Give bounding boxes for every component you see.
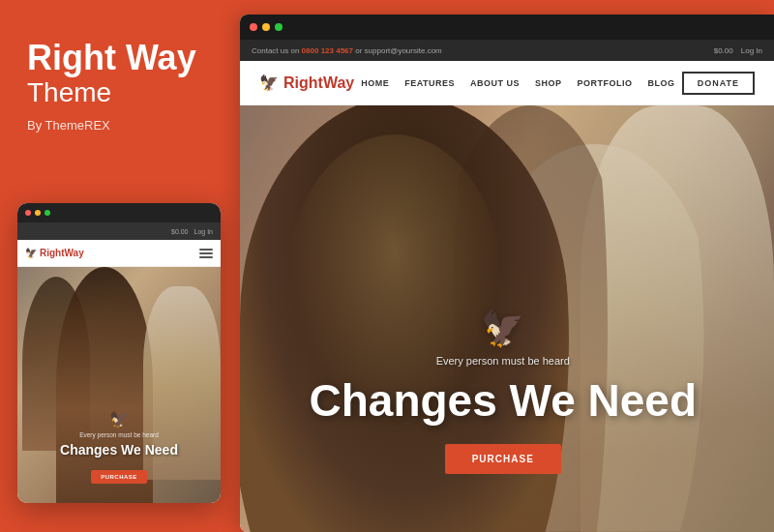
hero-content: 🦅 Every person must be heard Changes We … [310,309,697,474]
theme-subtitle: Theme [27,77,213,108]
mobile-eagle-icon: 🦅 [25,248,37,259]
mobile-logo: 🦅 RightWay [25,248,84,259]
desktop-logo-eagle-icon: 🦅 [259,74,279,92]
mobile-heading: Changes We Need [17,442,221,458]
mobile-logo-text: RightWay [40,248,84,258]
mobile-top-bar [17,203,221,222]
hero-tagline: Every person must be heard [310,355,697,367]
desktop-utility-bar: Contact us on 0800 123 4567 or support@y… [240,40,774,61]
contact-or: or [355,46,362,55]
mobile-dot-green [45,210,50,216]
desktop-hero: 🦅 Every person must be heard Changes We … [240,105,774,532]
mobile-hamburger-icon[interactable] [199,249,213,258]
theme-title: Right Way [27,39,213,77]
mobile-dot-yellow [35,210,41,216]
left-panel: Right Way Theme By ThemeREX $0.00 Log In… [0,0,240,532]
contact-label: Contact us on [252,46,299,55]
mobile-purchase-button[interactable]: PURCHASE [91,470,147,484]
desktop-price: $0.00 [714,46,733,55]
desktop-nav: 🦅 RightWay HOME FEATURES ABOUT US SHOP P… [240,61,774,105]
contact-phone: 0800 123 4567 [302,46,353,55]
nav-portfolio[interactable]: PORTFOLIO [578,78,633,88]
hero-eagle-icon: 🦅 [310,309,697,349]
nav-blog[interactable]: BLOG [648,78,675,88]
hero-purchase-button[interactable]: PURCHASE [445,444,561,474]
desktop-login[interactable]: Log In [741,46,762,55]
desktop-mockup: Contact us on 0800 123 4567 or support@y… [240,15,774,532]
nav-about[interactable]: ABOUT US [470,78,520,88]
desktop-utility-contact: Contact us on 0800 123 4567 or support@y… [252,46,442,55]
desktop-donate-button[interactable]: DONATE [682,72,755,95]
desktop-logo: 🦅 RightWay [259,74,354,92]
mobile-dot-red [25,210,31,216]
hamburger-line-1 [199,249,213,251]
hero-heading: Changes We Need [310,374,697,427]
desktop-utility-right: $0.00 Log In [714,46,762,55]
mobile-hero: 🦅 Every person must be heard Changes We … [17,267,221,503]
desktop-logo-text: RightWay [283,74,354,92]
desktop-nav-links: HOME FEATURES ABOUT US SHOP PORTFOLIO BL… [361,78,674,88]
nav-features[interactable]: FEATURES [404,78,455,88]
desktop-top-bar [240,15,774,40]
mobile-tagline: Every person must be heard [17,431,221,438]
mobile-hero-eagle: 🦅 [17,410,221,429]
mobile-utility-bar: $0.00 Log In [17,222,221,240]
mobile-hero-content: 🦅 Every person must be heard Changes We … [17,410,221,484]
contact-email: support@yoursite.com [365,46,442,55]
mobile-price: $0.00 [171,228,189,235]
mobile-mockup: $0.00 Log In 🦅 RightWay 🦅 Every perso [17,203,221,503]
desktop-dot-yellow [262,23,270,31]
hamburger-line-3 [199,256,213,258]
desktop-dot-red [250,23,257,31]
hamburger-line-2 [199,252,213,254]
desktop-dot-green [275,23,283,31]
nav-shop[interactable]: SHOP [535,78,562,88]
mobile-nav: 🦅 RightWay [17,240,221,267]
nav-home[interactable]: HOME [361,78,389,88]
mobile-login: Log In [194,228,213,235]
by-text: By ThemeREX [27,118,213,133]
